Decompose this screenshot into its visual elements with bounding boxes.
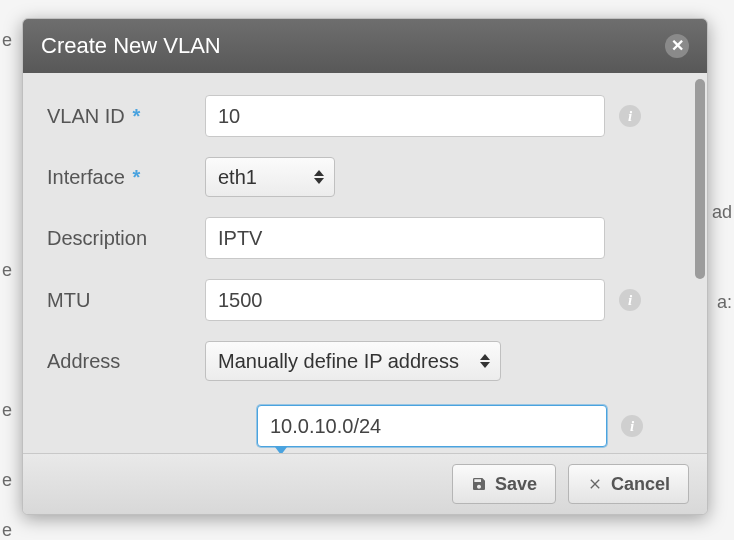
dialog-title: Create New VLAN [41, 33, 221, 59]
label-vlan-id: VLAN ID * [47, 105, 205, 128]
label-mtu-text: MTU [47, 289, 90, 311]
info-icon[interactable]: i [619, 105, 641, 127]
interface-select[interactable]: eth1 [205, 157, 335, 197]
row-address: Address Manually define IP address [47, 341, 669, 381]
scrollbar-thumb[interactable] [695, 79, 705, 279]
label-address-text: Address [47, 350, 120, 372]
label-address: Address [47, 350, 205, 373]
dialog-scrollbar[interactable] [693, 73, 707, 453]
cancel-button-label: Cancel [611, 474, 670, 495]
dialog-body: VLAN ID * i Interface * eth1 [23, 73, 693, 453]
dialog-footer: Save Cancel [23, 453, 707, 514]
info-icon[interactable]: i [621, 415, 643, 437]
save-button-label: Save [495, 474, 537, 495]
label-description: Description [47, 227, 205, 250]
close-icon: ✕ [671, 37, 684, 54]
row-description: Description [47, 217, 669, 259]
row-interface: Interface * eth1 [47, 157, 669, 197]
label-interface: Interface * [47, 166, 205, 189]
close-button[interactable]: ✕ [665, 34, 689, 58]
row-ip-address: i [257, 405, 669, 447]
address-mode-value: Manually define IP address [218, 350, 459, 373]
cancel-button[interactable]: Cancel [568, 464, 689, 504]
ip-address-input[interactable] [257, 405, 607, 447]
vlan-id-input[interactable] [205, 95, 605, 137]
dialog-header: Create New VLAN ✕ [23, 19, 707, 73]
chevron-updown-icon [314, 170, 324, 184]
chevron-updown-icon [480, 354, 490, 368]
interface-select-value: eth1 [218, 166, 257, 189]
description-input[interactable] [205, 217, 605, 259]
info-icon[interactable]: i [619, 289, 641, 311]
mtu-input[interactable] [205, 279, 605, 321]
save-button[interactable]: Save [452, 464, 556, 504]
row-vlan-id: VLAN ID * i [47, 95, 669, 137]
address-mode-select[interactable]: Manually define IP address [205, 341, 501, 381]
callout-arrow-icon [275, 447, 287, 453]
label-interface-text: Interface [47, 166, 125, 188]
label-description-text: Description [47, 227, 147, 249]
required-star: * [132, 105, 140, 127]
label-mtu: MTU [47, 289, 205, 312]
cancel-icon [587, 476, 603, 492]
required-star: * [132, 166, 140, 188]
label-vlan-id-text: VLAN ID [47, 105, 125, 127]
create-vlan-dialog: Create New VLAN ✕ VLAN ID * i Interface … [22, 18, 708, 515]
save-icon [471, 476, 487, 492]
row-mtu: MTU i [47, 279, 669, 321]
